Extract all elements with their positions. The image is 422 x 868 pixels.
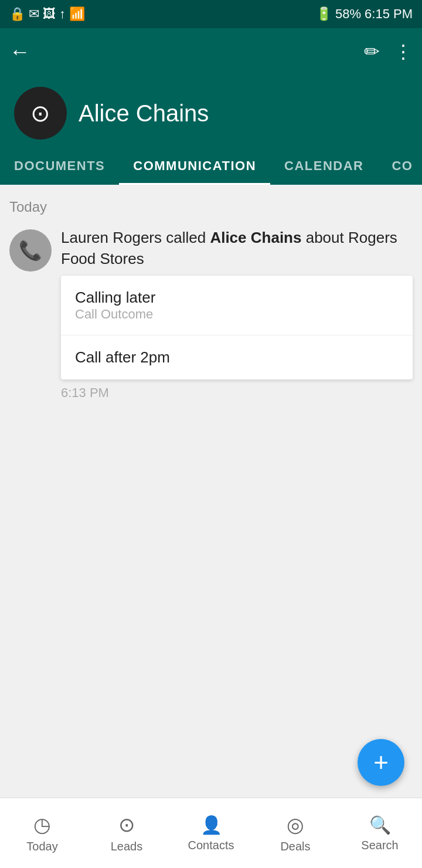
edit-button[interactable]: ✏ xyxy=(364,40,380,63)
dropdown-card: Calling later Call Outcome Call after 2p… xyxy=(61,276,413,379)
image-icon: 🖼 xyxy=(43,6,56,22)
search-nav-icon: 🔍 xyxy=(369,815,391,835)
section-today: Today xyxy=(9,199,413,215)
tab-documents[interactable]: DOCUMENTS xyxy=(0,149,119,185)
bold-contact-name: Alice Chains xyxy=(210,229,301,246)
today-nav-label: Today xyxy=(26,840,57,853)
toolbar-right: ✏ ⋮ xyxy=(364,40,413,63)
more-options-button[interactable]: ⋮ xyxy=(394,40,413,63)
avatar-icon: ⊙ xyxy=(30,100,50,127)
mail-icon: ✉ xyxy=(29,6,39,22)
avatar: ⊙ xyxy=(14,87,67,140)
contact-header: ⊙ Alice Chains xyxy=(0,75,422,140)
activity-text: Lauren Rogers called Alice Chains about … xyxy=(61,227,413,270)
nav-item-leads[interactable]: ⊙ Leads xyxy=(84,813,169,853)
deals-nav-label: Deals xyxy=(280,840,310,853)
deals-nav-icon: ◎ xyxy=(287,813,304,836)
tab-communication[interactable]: COMMUNICATION xyxy=(119,149,270,185)
tab-calendar[interactable]: CALENDAR xyxy=(270,149,377,185)
dropdown-item-subtitle-0: Call Outcome xyxy=(75,307,399,322)
nav-item-deals[interactable]: ◎ Deals xyxy=(253,813,338,853)
fab-add-button[interactable]: + xyxy=(358,739,404,786)
caller-text: Lauren Rogers called xyxy=(61,229,210,246)
battery-percent: 58% xyxy=(335,6,361,22)
nav-item-today[interactable]: ◷ Today xyxy=(0,813,84,853)
leads-nav-icon: ⊙ xyxy=(118,813,135,836)
bottom-nav: ◷ Today ⊙ Leads 👤 Contacts ◎ Deals 🔍 Sea… xyxy=(0,798,422,868)
toolbar: ← ✏ ⋮ xyxy=(0,28,422,75)
main-content: Today 📞 Lauren Rogers called Alice Chain… xyxy=(0,185,422,713)
dropdown-item-1[interactable]: Call after 2pm xyxy=(61,335,413,379)
status-right: 🔋 58% 6:15 PM xyxy=(316,6,413,22)
status-left: 🔒 ✉ 🖼 ↑ 📶 xyxy=(9,6,85,22)
contact-name: Alice Chains xyxy=(79,100,209,127)
call-icon: 📞 xyxy=(19,239,42,262)
call-icon-circle: 📞 xyxy=(9,229,52,272)
nav-item-contacts[interactable]: 👤 Contacts xyxy=(169,815,253,852)
dropdown-item-0[interactable]: Calling later Call Outcome xyxy=(61,276,413,335)
dropdown-item-title-0: Calling later xyxy=(75,289,399,307)
contacts-nav-icon: 👤 xyxy=(200,815,222,835)
battery-icon: 🔋 xyxy=(316,6,332,22)
status-bar: 🔒 ✉ 🖼 ↑ 📶 🔋 58% 6:15 PM xyxy=(0,0,422,28)
today-nav-icon: ◷ xyxy=(33,813,51,836)
lock-icon: 🔒 xyxy=(9,6,25,22)
contacts-nav-label: Contacts xyxy=(188,839,234,852)
nav-item-search[interactable]: 🔍 Search xyxy=(338,815,422,852)
fab-icon: + xyxy=(373,750,389,775)
upload-icon: ↑ xyxy=(59,6,66,22)
toolbar-left: ← xyxy=(9,39,30,64)
search-nav-label: Search xyxy=(361,839,398,852)
activity-content: Lauren Rogers called Alice Chains about … xyxy=(61,227,413,401)
activity-row: 📞 Lauren Rogers called Alice Chains abou… xyxy=(9,227,413,401)
activity-time: 6:13 PM xyxy=(61,385,413,401)
dropdown-item-title-1: Call after 2pm xyxy=(75,348,399,367)
about-text: about xyxy=(301,229,348,246)
wifi-icon: 📶 xyxy=(69,6,85,22)
tab-co[interactable]: CO xyxy=(377,149,422,185)
tabs-container: DOCUMENTS COMMUNICATION CALENDAR CO xyxy=(0,140,422,185)
leads-nav-label: Leads xyxy=(111,840,143,853)
time-display: 6:15 PM xyxy=(365,6,413,22)
back-button[interactable]: ← xyxy=(9,39,30,64)
